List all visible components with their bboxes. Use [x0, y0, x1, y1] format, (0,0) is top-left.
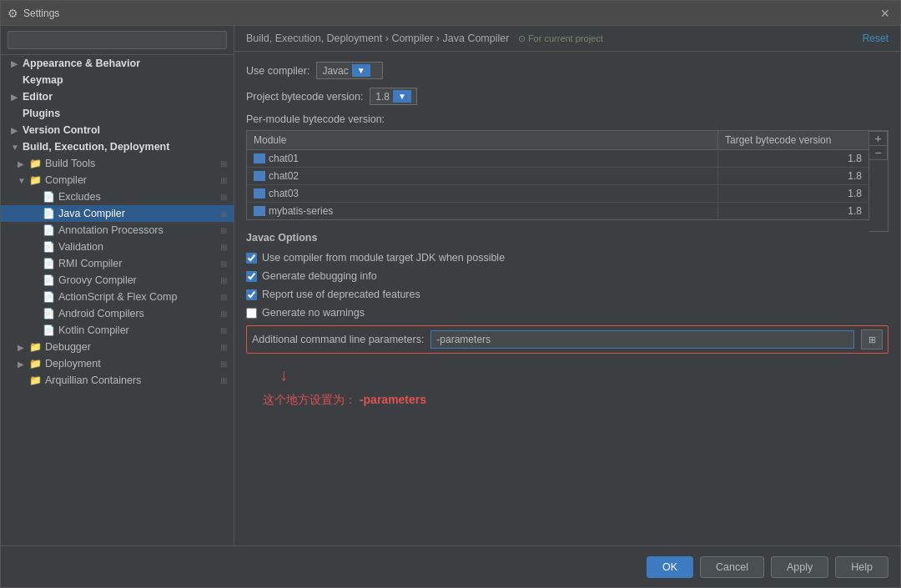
breadcrumb-note: ⊙ For current project [518, 33, 603, 43]
external-icon-actionscript: ⊞ [220, 293, 227, 302]
compiler-dropdown-arrow[interactable]: ▼ [352, 64, 370, 77]
table-row[interactable]: chat021.8 [247, 168, 868, 185]
compiler-dropdown[interactable]: Javac ▼ [316, 62, 383, 79]
sidebar-label-keymap: Keymap [23, 74, 63, 86]
checkbox-row-use-compiler: Use compiler from module target JDK when… [246, 252, 888, 264]
sidebar: ▶Appearance & BehaviorKeymap▶EditorPlugi… [1, 26, 234, 545]
checkbox-no-warnings[interactable] [246, 308, 257, 319]
module-name-0: chat01 [269, 153, 299, 164]
checkbox-label-use-compiler: Use compiler from module target JDK when… [262, 252, 505, 264]
module-icon-0 [254, 153, 265, 163]
table-remove-button[interactable]: − [869, 146, 888, 160]
module-name-2: chat03 [269, 188, 299, 199]
module-table-wrapper: Module Target bytecode version chat011.8… [246, 130, 888, 232]
sidebar-item-editor[interactable]: ▶Editor [1, 88, 234, 105]
external-icon-annotation-processors: ⊞ [220, 226, 227, 235]
help-button[interactable]: Help [835, 556, 888, 578]
sidebar-item-annotation-processors[interactable]: 📄Annotation Processors⊞ [1, 222, 234, 239]
sidebar-label-compiler: Compiler [45, 174, 87, 186]
sidebar-item-android-compilers[interactable]: 📄Android Compilers⊞ [1, 305, 234, 322]
external-icon-build-tools: ⊞ [220, 159, 227, 168]
sidebar-item-rmi-compiler[interactable]: 📄RMI Compiler⊞ [1, 255, 234, 272]
arrow-down-icon: ↓ [279, 365, 288, 384]
sidebar-label-kotlin-compiler: Kotlin Compiler [58, 324, 129, 336]
sidebar-item-deployment[interactable]: ▶📁Deployment⊞ [1, 355, 234, 372]
params-row: Additional command line parameters: ⊞ [246, 325, 888, 354]
table-add-button[interactable]: + [869, 131, 888, 146]
bytecode-dropdown-arrow[interactable]: ▼ [393, 90, 411, 103]
sidebar-item-version-control[interactable]: ▶Version Control [1, 122, 234, 138]
folder-icon-groovy-compiler: 📄 [43, 274, 55, 286]
sidebar-label-groovy-compiler: Groovy Compiler [58, 274, 137, 286]
sidebar-item-validation[interactable]: 📄Validation⊞ [1, 239, 234, 255]
breadcrumb: Build, Execution, Deployment › Compiler … [246, 33, 603, 44]
sidebar-item-actionscript[interactable]: 📄ActionScript & Flex Comp⊞ [1, 289, 234, 305]
tree-arrow-version-control: ▶ [11, 126, 19, 135]
sidebar-item-groovy-compiler[interactable]: 📄Groovy Compiler⊞ [1, 272, 234, 289]
params-input[interactable] [430, 330, 854, 349]
apply-button[interactable]: Apply [771, 556, 828, 578]
tree-arrow-deployment: ▶ [18, 359, 26, 369]
external-icon-rmi-compiler: ⊞ [220, 259, 227, 269]
table-row[interactable]: mybatis-series1.8 [247, 203, 868, 219]
table-row[interactable]: chat011.8 [247, 150, 868, 168]
checkbox-use-compiler[interactable] [246, 253, 257, 264]
sidebar-item-debugger[interactable]: ▶📁Debugger⊞ [1, 339, 234, 355]
params-label: Additional command line parameters: [252, 334, 424, 345]
module-icon-2 [254, 188, 265, 199]
checkbox-row-gen-debug: Generate debugging info [246, 270, 888, 282]
bytecode-label: Project bytecode version: [246, 91, 363, 103]
folder-icon-annotation-processors: 📄 [43, 224, 55, 236]
ok-button[interactable]: OK [647, 556, 693, 578]
breadcrumb-path: Build, Execution, Deployment › Compiler … [246, 33, 509, 44]
content-area: ▶Appearance & BehaviorKeymap▶EditorPlugi… [1, 26, 900, 545]
dialog-title: Settings [23, 8, 872, 19]
module-cell-0: chat01 [247, 150, 718, 167]
sidebar-label-excludes: Excludes [58, 191, 101, 203]
sidebar-item-keymap[interactable]: Keymap [1, 72, 234, 88]
checkbox-gen-debug[interactable] [246, 271, 257, 282]
sidebar-item-compiler[interactable]: ▼📁Compiler⊞ [1, 172, 234, 188]
tree-arrow-appearance: ▶ [11, 59, 19, 68]
external-icon-android-compilers: ⊞ [220, 309, 227, 319]
checkbox-row-no-warnings: Generate no warnings [246, 307, 888, 319]
search-input[interactable] [8, 31, 227, 49]
sidebar-label-arquillian: Arquillian Containers [45, 374, 141, 386]
sidebar-item-kotlin-compiler[interactable]: 📄Kotlin Compiler⊞ [1, 322, 234, 339]
folder-icon-debugger: 📁 [29, 341, 42, 353]
params-browse-button[interactable]: ⊞ [861, 329, 883, 349]
sidebar-item-plugins[interactable]: Plugins [1, 105, 234, 122]
table-header: Module Target bytecode version [247, 131, 868, 150]
annotation-params: -parameters [360, 393, 426, 406]
tree-arrow-build-tools: ▶ [18, 159, 26, 168]
sidebar-label-debugger: Debugger [45, 341, 91, 353]
external-icon-debugger: ⊞ [220, 343, 227, 352]
sidebar-item-build-tools[interactable]: ▶📁Build Tools⊞ [1, 155, 234, 172]
compiler-label: Use compiler: [246, 65, 310, 77]
module-icon-3 [254, 206, 265, 216]
bytecode-dropdown[interactable]: 1.8 ▼ [370, 88, 417, 105]
sidebar-label-java-compiler: Java Compiler [58, 208, 125, 219]
sidebar-label-appearance: Appearance & Behavior [23, 58, 140, 69]
sidebar-item-excludes[interactable]: 📄Excludes⊞ [1, 188, 234, 205]
table-row[interactable]: chat031.8 [247, 185, 868, 203]
reset-link[interactable]: Reset [863, 33, 888, 44]
sidebar-item-appearance[interactable]: ▶Appearance & Behavior [1, 55, 234, 72]
close-button[interactable]: ✕ [877, 5, 893, 22]
options-title: Javac Options [246, 232, 888, 244]
sidebar-item-build-exec[interactable]: ▼Build, Execution, Deployment [1, 138, 234, 155]
module-name-3: mybatis-series [269, 205, 333, 217]
table-body: chat011.8chat021.8chat031.8mybatis-serie… [247, 150, 868, 219]
tree-arrow-editor: ▶ [11, 93, 19, 102]
external-icon-kotlin-compiler: ⊞ [220, 326, 227, 335]
sidebar-label-annotation-processors: Annotation Processors [58, 224, 164, 236]
cancel-button[interactable]: Cancel [700, 556, 764, 578]
per-module-label: Per-module bytecode version: [246, 113, 888, 125]
checkbox-deprecated[interactable] [246, 289, 257, 300]
checkbox-label-deprecated: Report use of deprecated features [262, 289, 420, 300]
version-cell-3: 1.8 [718, 203, 868, 219]
version-cell-1: 1.8 [718, 168, 868, 184]
sidebar-item-java-compiler[interactable]: 📄Java Compiler⊞ [1, 205, 234, 222]
sidebar-item-arquillian[interactable]: 📁Arquillian Containers⊞ [1, 372, 234, 389]
folder-icon-build-tools: 📁 [29, 158, 42, 169]
